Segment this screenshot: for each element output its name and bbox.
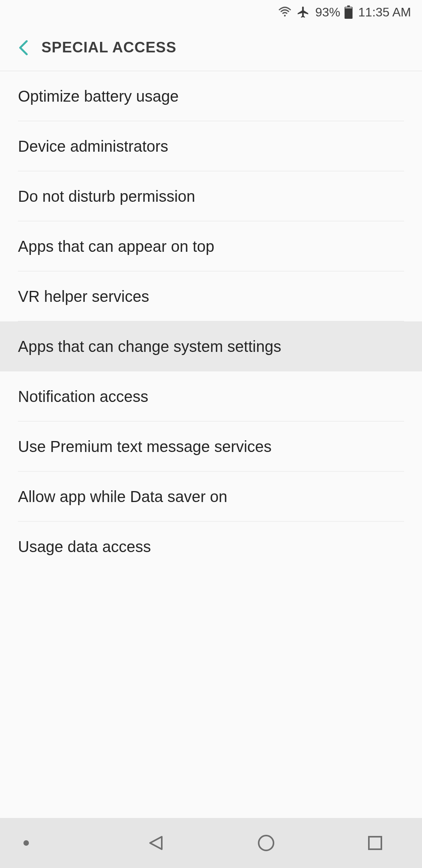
list-item-label: Optimize battery usage: [18, 88, 179, 105]
svg-point-0: [284, 15, 286, 17]
list-item-apps-that-can-appear-on-top[interactable]: Apps that can appear on top: [0, 221, 422, 271]
list-item-apps-that-can-change-system-settings[interactable]: Apps that can change system settings: [0, 321, 422, 371]
nav-back-button[interactable]: [148, 834, 165, 852]
airplane-icon: [293, 5, 310, 19]
battery-percent: 93%: [315, 5, 340, 20]
nav-recents-button[interactable]: [367, 835, 383, 851]
list-item-optimize-battery-usage[interactable]: Optimize battery usage: [0, 71, 422, 121]
svg-rect-6: [369, 837, 381, 849]
list-item-label: Do not disturb permission: [18, 188, 195, 205]
list-item-notification-access[interactable]: Notification access: [0, 371, 422, 421]
svg-rect-3: [345, 7, 352, 8]
list-item-device-administrators[interactable]: Device administrators: [0, 121, 422, 171]
app-bar: SPECIAL ACCESS: [0, 24, 422, 71]
nav-home-button[interactable]: [257, 834, 275, 852]
list-item-usage-data-access[interactable]: Usage data access: [0, 522, 422, 572]
nav-handle-icon[interactable]: [23, 840, 29, 846]
battery-icon: [342, 5, 353, 19]
list-item-label: Use Premium text message services: [18, 438, 272, 456]
list-item-allow-app-while-data-saver-on[interactable]: Allow app while Data saver on: [0, 472, 422, 522]
list-item-do-not-disturb-permission[interactable]: Do not disturb permission: [0, 171, 422, 221]
settings-list: Optimize battery usage Device administra…: [0, 71, 422, 818]
wifi-icon: [278, 5, 292, 19]
list-item-label: Apps that can change system settings: [18, 338, 281, 355]
list-item-label: Apps that can appear on top: [18, 238, 215, 255]
list-item-label: Notification access: [18, 388, 148, 405]
back-button[interactable]: [14, 38, 33, 57]
list-item-label: Device administrators: [18, 138, 168, 155]
svg-rect-2: [345, 7, 352, 19]
list-item-label: Allow app while Data saver on: [18, 488, 227, 506]
svg-rect-1: [347, 5, 350, 7]
page-title: SPECIAL ACCESS: [41, 39, 177, 56]
navigation-bar: [0, 818, 422, 868]
list-item-label: Usage data access: [18, 538, 151, 556]
list-item-label: VR helper services: [18, 288, 149, 305]
list-item-use-premium-text-message-services[interactable]: Use Premium text message services: [0, 421, 422, 472]
svg-point-5: [259, 836, 274, 850]
list-item-vr-helper-services[interactable]: VR helper services: [0, 271, 422, 321]
status-time: 11:35 AM: [358, 5, 411, 20]
svg-marker-4: [150, 837, 162, 849]
status-bar: 93% 11:35 AM: [0, 0, 422, 24]
